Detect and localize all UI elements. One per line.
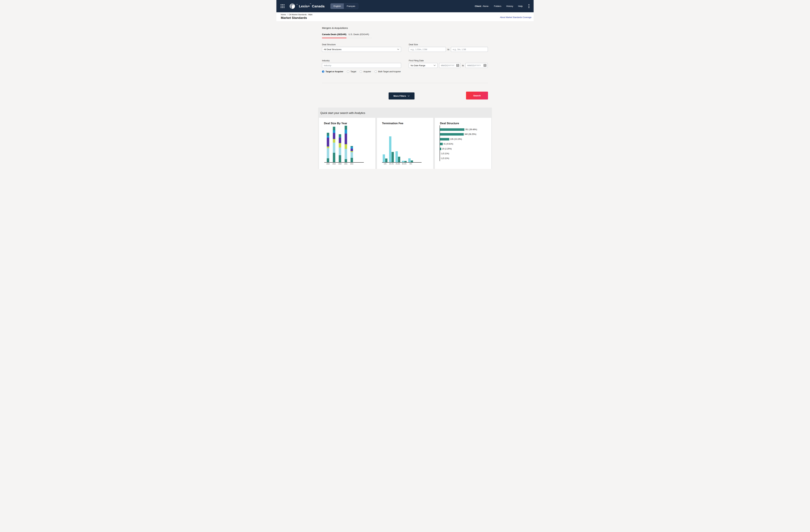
grouped-bar-dark[interactable] — [398, 157, 400, 162]
breadcrumb-home-link[interactable]: Home — [281, 14, 286, 16]
client-selector[interactable]: Client: -None- — [475, 5, 489, 7]
date-to-field — [466, 63, 488, 68]
analytics-card-deal-size-by-year[interactable]: Deal Size By Year 20182019202020212022 — [319, 118, 375, 169]
stacked-bar-segment[interactable] — [333, 130, 335, 133]
stacked-bar-segment[interactable] — [339, 137, 341, 137]
analytics-card-deal-structure[interactable]: Deal Structure 351 (39.48%)340 (38.25%)1… — [435, 118, 491, 169]
stacked-bar-segment[interactable] — [339, 155, 341, 162]
stacked-bar-segment[interactable] — [333, 143, 335, 153]
stacked-bar-segment[interactable] — [327, 158, 329, 162]
analytics-cards: Deal Size By Year 20182019202020212022 T… — [318, 115, 492, 169]
stacked-bar-segment[interactable] — [345, 144, 347, 149]
language-francais-button[interactable]: Français — [344, 3, 358, 9]
grouped-bar-dark[interactable] — [411, 161, 413, 162]
radio-both-target-and-acquirer[interactable]: Both Target and Acquirer — [375, 70, 401, 73]
search-form-section: Mergers & Acquisitions Canada Deals (SED… — [318, 22, 492, 107]
language-toggle: English Français — [330, 3, 358, 9]
stacked-bar-segment[interactable] — [327, 148, 329, 158]
stacked-bar-segment[interactable] — [333, 153, 335, 162]
deal-structure-select[interactable]: All Deal Structures — [322, 47, 401, 52]
nav-help[interactable]: Help — [518, 5, 523, 7]
calendar-icon[interactable] — [456, 64, 459, 67]
hbar[interactable] — [440, 143, 443, 145]
date-to-label: to — [462, 64, 464, 67]
date-range-select[interactable]: No Date Range — [409, 63, 437, 68]
deal-size-to-label: to — [448, 48, 449, 51]
grouped-bar-dark[interactable] — [385, 159, 387, 162]
chart-title: Termination Fee — [382, 122, 403, 125]
grouped-bar-light[interactable] — [395, 151, 398, 162]
stacked-bar-segment[interactable] — [327, 147, 329, 148]
hbar[interactable] — [440, 148, 441, 150]
grouped-bar-light[interactable] — [408, 158, 410, 162]
section-title: Mergers & Acquisitions — [322, 22, 488, 30]
tab-canada-deals[interactable]: Canada Deals (SEDAR) — [322, 33, 346, 38]
deal-structure-label: Deal Structure — [322, 43, 401, 46]
calendar-icon[interactable] — [484, 64, 486, 67]
stacked-bar-segment[interactable] — [333, 139, 335, 143]
stacked-bar-segment[interactable] — [351, 149, 353, 151]
industry-input[interactable] — [322, 63, 401, 68]
grouped-bar-light[interactable] — [389, 136, 391, 162]
stacked-bar-segment[interactable] — [345, 126, 347, 130]
x-axis — [324, 162, 364, 163]
grouped-bar-light[interactable] — [402, 161, 404, 162]
stacked-bar-segment[interactable] — [327, 138, 329, 147]
hbar[interactable] — [440, 138, 449, 140]
actions-row: More Filters Search — [318, 83, 492, 107]
stacked-bar-segment[interactable] — [351, 151, 353, 152]
grouped-bar-dark[interactable] — [404, 161, 407, 162]
lexis-logo[interactable]: ® Lexis+™Canada — [289, 3, 324, 9]
nav-folders[interactable]: Folders — [494, 5, 501, 7]
hbar[interactable] — [440, 128, 464, 131]
analytics-card-termination-fee[interactable]: Termination Fee <2%2%-4%4%-6%6%-8%>8% — [377, 118, 433, 169]
x-axis-label: >8% — [406, 163, 415, 165]
stacked-bar-segment[interactable] — [339, 137, 341, 143]
stacked-bar-segment[interactable] — [339, 134, 341, 137]
radio-acquirer[interactable]: Acquirer — [360, 70, 371, 73]
hbar-value-label: 1 (0.11%) — [441, 157, 449, 160]
hbar-value-label: 340 (38.25%) — [465, 133, 476, 135]
radio-dot — [375, 70, 377, 73]
deal-size-to-input[interactable] — [451, 47, 488, 52]
more-menu-icon[interactable] — [529, 4, 529, 8]
stacked-bar-segment[interactable] — [327, 136, 329, 138]
deal-size-from-input[interactable] — [409, 47, 446, 52]
about-coverage-link[interactable]: About Market Standards Coverage — [500, 16, 532, 18]
page-title: Market Standards — [281, 16, 532, 20]
lexis-logo-icon — [289, 3, 295, 9]
stacked-bar-segment[interactable] — [351, 158, 353, 162]
nav-history[interactable]: History — [506, 5, 513, 7]
tab-us-deals[interactable]: U.S. Deals (EDGAR) — [349, 33, 369, 38]
x-axis-label: 2019 — [331, 163, 337, 165]
first-filing-date-label: First Filing Date — [409, 59, 488, 62]
radio-target[interactable]: Target — [347, 70, 356, 73]
breadcrumb-current: CA Market Standards - M&A — [289, 14, 312, 16]
stacked-bar-segment[interactable] — [351, 147, 353, 149]
radio-dot — [360, 70, 362, 73]
stacked-bar-segment[interactable] — [351, 152, 353, 158]
industry-label: Industry — [322, 59, 401, 62]
chart-title: Deal Structure — [440, 122, 459, 125]
stacked-bar-segment[interactable] — [351, 146, 353, 147]
app-grid-icon[interactable] — [281, 4, 285, 8]
grouped-bar-dark[interactable] — [391, 152, 394, 162]
language-english-button[interactable]: English — [330, 3, 344, 9]
stacked-bar-segment[interactable] — [333, 127, 335, 130]
stacked-bar-segment[interactable] — [333, 133, 335, 139]
more-filters-button[interactable]: More Filters — [389, 93, 415, 99]
stacked-bar-segment[interactable] — [339, 148, 341, 155]
stacked-bar-segment[interactable] — [345, 149, 347, 159]
stacked-bar-segment[interactable] — [345, 130, 347, 134]
stacked-bar-segment[interactable] — [339, 143, 341, 148]
hbar[interactable] — [440, 133, 464, 135]
grouped-bar-light[interactable] — [383, 154, 385, 162]
stacked-bar-segment[interactable] — [345, 134, 347, 144]
industry-scope-radios: Target or Acquirer Target Acquirer — [322, 70, 401, 73]
radio-target-or-acquirer[interactable]: Target or Acquirer — [322, 70, 343, 73]
page: ® Lexis+™Canada English Français Client:… — [276, 0, 534, 169]
search-button[interactable]: Search — [466, 92, 488, 99]
stacked-bar-segment[interactable] — [327, 133, 329, 136]
chart-title: Deal Size By Year — [324, 122, 347, 125]
stacked-bar-segment[interactable] — [345, 159, 347, 162]
